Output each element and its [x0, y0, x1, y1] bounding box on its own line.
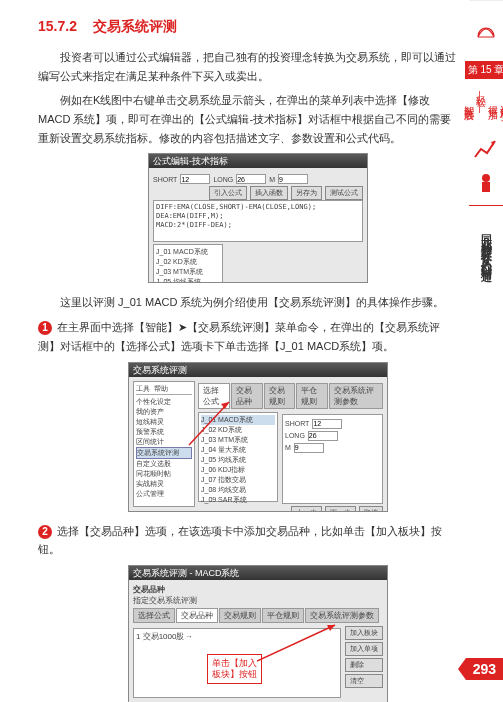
- code-editor[interactable]: DIFF:EMA(CLOSE,SHORT)-EMA(CLOSE,LONG); D…: [153, 200, 363, 242]
- tab-close[interactable]: 平仓规则: [296, 383, 328, 409]
- sub-line: 智能选股: [463, 97, 474, 105]
- list-item[interactable]: J_06 KDJ指标: [201, 465, 275, 475]
- menu-item[interactable]: 自定义选股: [136, 459, 192, 469]
- callout-line: 板块】按钮: [212, 669, 257, 679]
- short-input[interactable]: [312, 419, 342, 429]
- section-heading: 15.7.2 交易系统评测: [38, 18, 459, 36]
- list-item[interactable]: J_09 SAR系统: [201, 495, 275, 505]
- code-line: DIFF:EMA(CLOSE,SHORT)-EMA(CLOSE,LONG);: [156, 203, 360, 212]
- menu-item[interactable]: 预警系统: [136, 427, 192, 437]
- screenshot-formula-editor: 公式编辑-技术指标 SHORT LONG M 引入公式 插入函数 另存为 测试公…: [148, 153, 368, 283]
- system-list[interactable]: J_01 MACD系统 J_02 KD系统 J_03 MTM系统 J_04 量大…: [198, 412, 278, 502]
- mascot-icon: [473, 169, 499, 197]
- page-number: 293: [466, 658, 503, 680]
- product-row[interactable]: 1 交易1000股→: [136, 631, 338, 642]
- menu-item-active[interactable]: 交易系统评测: [136, 447, 192, 459]
- svg-rect-7: [482, 182, 490, 192]
- section-number: 15.7.2: [38, 18, 77, 34]
- list-item[interactable]: J_08 均线交易: [201, 485, 275, 495]
- tab-product[interactable]: 交易品种: [231, 383, 263, 409]
- menu-item[interactable]: 同花顺时帖: [136, 469, 192, 479]
- chapter-badge: 第 15 章: [465, 61, 503, 79]
- fan-icon: [472, 15, 500, 43]
- code-line: DEA:EMA(DIFF,M);: [156, 212, 360, 221]
- callout-line: 单击【加入: [212, 658, 257, 668]
- btn-test[interactable]: 测试公式: [325, 186, 363, 200]
- screenshot-eval-select-formula: 交易系统评测 工具 帮助 个性化设定 我的资产 短线精灵 预警系统 区间统计 交…: [128, 362, 388, 512]
- list-item[interactable]: J_02 KD系统: [201, 425, 275, 435]
- tab-formula[interactable]: 选择公式: [198, 383, 230, 409]
- tabs: 选择公式 交易品种 交易规则 平仓规则 交易系统评测参数: [198, 383, 383, 409]
- tabs: 选择公式 交易品种 交易规则 平仓规则 交易系统评测参数: [133, 608, 383, 623]
- param-m[interactable]: [278, 174, 308, 184]
- list-item[interactable]: J_03 MTM系统: [201, 435, 275, 445]
- sub-line: 得更加: [487, 98, 498, 104]
- menu-item[interactable]: 实战精灵: [136, 479, 192, 489]
- dialog-titlebar: 交易系统评测 - MACD系统: [129, 566, 387, 580]
- m-label: M: [285, 444, 291, 451]
- book-title: 同花顺炒股软件从入门到精通: [479, 226, 494, 265]
- btn-saveas[interactable]: 另存为: [291, 186, 322, 200]
- menu-item[interactable]: 个性化设定: [136, 397, 192, 407]
- step-2-text: 选择【交易品种】选项，在该选项卡中添加交易品种，比如单击【加入板块】按钮。: [38, 525, 442, 556]
- list-item[interactable]: J_01 MACD系统: [201, 415, 275, 425]
- menu-tools[interactable]: 工具: [136, 384, 150, 394]
- dialog-hint: 指定交易系统评测: [133, 595, 383, 606]
- tab-rule[interactable]: 交易规则: [219, 608, 261, 623]
- next-button[interactable]: 下一步: [325, 506, 356, 511]
- sub-line: 让炒股变: [499, 97, 503, 105]
- paragraph-1: 投资者可以通过公式编辑器，把自己独有的投资理念转换为交易系统，即可以通过编写公式…: [38, 48, 459, 85]
- dialog-subtitle: 交易品种: [133, 584, 383, 595]
- tab-rule[interactable]: 交易规则: [264, 383, 296, 409]
- menu-item[interactable]: 区间统计: [136, 437, 192, 447]
- btn-insertfn[interactable]: 插入函数: [250, 186, 288, 200]
- cancel-button[interactable]: 取消: [359, 506, 383, 511]
- delete-button[interactable]: 删除: [345, 658, 383, 672]
- list-item[interactable]: J_03 MTM系统: [156, 267, 220, 277]
- paragraph-3: 这里以评测 J_01 MACD 系统为例介绍使用【交易系统评测】的具体操作步骤。: [38, 293, 459, 312]
- paragraph-2: 例如在K线图中右键单击交易系统显示箭头，在弹出的菜单列表中选择【修改 MACD …: [38, 91, 459, 147]
- tab-formula[interactable]: 选择公式: [133, 608, 175, 623]
- menu-help[interactable]: 帮助: [154, 384, 168, 394]
- list-item[interactable]: J_05 均线系统: [201, 455, 275, 465]
- chapter-sub: 让炒股变 得更加 轻松—— 智能选股: [462, 87, 503, 115]
- divider: [469, 205, 503, 206]
- sidebar: 第 15 章 让炒股变 得更加 轻松—— 智能选股 同花顺炒股软件从入门到精通 …: [469, 0, 503, 702]
- list-item[interactable]: J_01 MACD系统: [156, 247, 220, 257]
- m-input[interactable]: [294, 443, 324, 453]
- prev-button[interactable]: 上一步: [291, 506, 322, 511]
- tab-params[interactable]: 交易系统评测参数: [305, 608, 379, 623]
- clear-button[interactable]: 清空: [345, 674, 383, 688]
- list-item[interactable]: J_05 均线系统: [156, 277, 220, 282]
- param-long[interactable]: [236, 174, 266, 184]
- menu-item[interactable]: 公式管理: [136, 489, 192, 499]
- step-2: 2 选择【交易品种】选项，在该选项卡中添加交易品种，比如单击【加入板块】按钮。: [38, 522, 459, 559]
- step-badge-2: 2: [38, 525, 52, 539]
- tab-params[interactable]: 交易系统评测参数: [329, 383, 383, 409]
- tab-product[interactable]: 交易品种: [176, 608, 218, 623]
- menu-item[interactable]: 我的资产: [136, 407, 192, 417]
- menu-panel: 工具 帮助 个性化设定 我的资产 短线精灵 预警系统 区间统计 交易系统评测 自…: [133, 381, 195, 507]
- menu-item[interactable]: 短线精灵: [136, 417, 192, 427]
- short-label: SHORT: [285, 420, 309, 427]
- screenshot-eval-product: 交易系统评测 - MACD系统 交易品种 指定交易系统评测 选择公式 交易品种 …: [128, 565, 388, 702]
- param-short[interactable]: [180, 174, 210, 184]
- list-item[interactable]: J_07 指数交易: [201, 475, 275, 485]
- list-item[interactable]: J_02 KD系统: [156, 257, 220, 267]
- add-block-button[interactable]: 加入板块: [345, 626, 383, 640]
- add-item-button[interactable]: 加入单项: [345, 642, 383, 656]
- dialog-titlebar: 交易系统评测: [129, 363, 387, 377]
- long-label: LONG: [285, 432, 305, 439]
- list-item[interactable]: J_04 量大系统: [201, 445, 275, 455]
- chart-icon: [472, 137, 500, 163]
- formula-list[interactable]: J_01 MACD系统 J_02 KD系统 J_03 MTM系统 J_05 均线…: [153, 244, 223, 282]
- long-input[interactable]: [308, 431, 338, 441]
- callout-add-block: 单击【加入 板块】按钮: [207, 654, 262, 684]
- svg-point-6: [482, 174, 490, 182]
- main-content: 15.7.2 交易系统评测 投资者可以通过公式编辑器，把自己独有的投资理念转换为…: [0, 0, 469, 702]
- sub-line: 轻松——: [475, 87, 486, 115]
- tab-close[interactable]: 平仓规则: [262, 608, 304, 623]
- param-label: M: [269, 176, 275, 183]
- param-label: SHORT: [153, 176, 177, 183]
- btn-import[interactable]: 引入公式: [209, 186, 247, 200]
